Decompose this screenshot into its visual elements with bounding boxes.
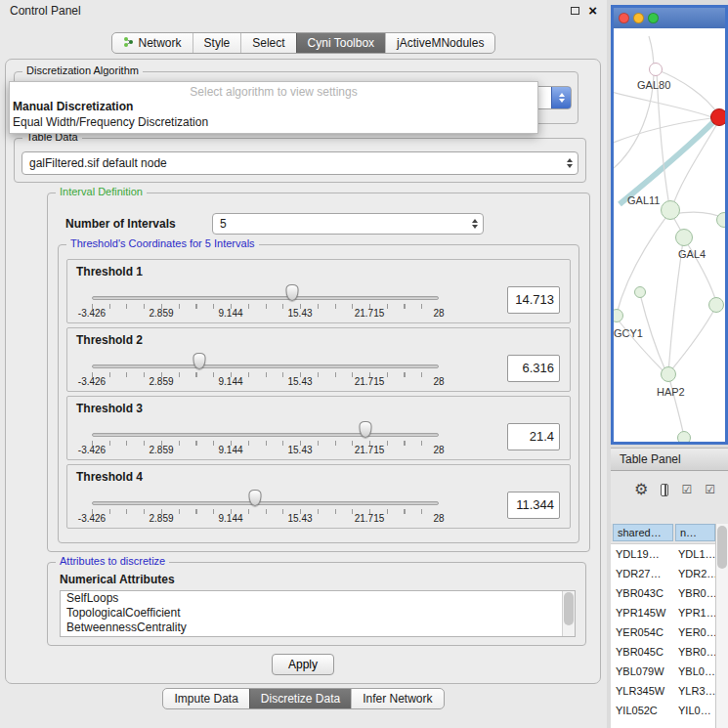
scale-label: 21.715 (355, 308, 385, 319)
network-node[interactable] (677, 431, 691, 442)
attribute-list-item[interactable]: BetweennessCentrality (61, 621, 575, 635)
network-edge[interactable] (614, 36, 654, 175)
scale-label: 21.715 (355, 513, 385, 524)
network-edge[interactable] (668, 241, 683, 372)
tab-infer-network[interactable]: Infer Network (351, 689, 443, 708)
slider-track[interactable] (92, 364, 439, 368)
network-edge[interactable] (640, 294, 665, 370)
combobox-stepper-icon (567, 158, 573, 168)
network-node[interactable] (708, 297, 724, 313)
screen: Control Panel × (0, 0, 728, 728)
minimize-traffic-light-icon[interactable] (633, 13, 644, 23)
table-row[interactable]: YBR045CYBR0… (611, 642, 715, 662)
table-row[interactable]: YBL079WYBL0… (611, 662, 715, 681)
dropdown-option-equal-width[interactable]: Equal Width/Frequency Discretization (10, 114, 537, 130)
scale-label: 28 (433, 308, 444, 319)
network-node[interactable] (710, 108, 725, 126)
attribute-list-item[interactable]: SelfLoops (61, 591, 575, 606)
scale-label: 2.859 (149, 376, 173, 387)
close-traffic-light-icon[interactable] (619, 13, 629, 23)
table-cell: YER054C (611, 622, 673, 642)
thresholds-group: Threshold's Coordinates for 5 Intervals … (58, 244, 579, 543)
table-row[interactable]: YDL19…YDL1… (611, 544, 715, 564)
threshold-4-value[interactable]: 11.344 (507, 492, 560, 519)
float-window-icon[interactable] (571, 7, 579, 15)
list-scrollbar[interactable] (562, 591, 575, 636)
network-node[interactable] (661, 200, 680, 220)
combobox-stepper-icon[interactable] (551, 86, 572, 109)
table-row[interactable]: YPR145WYPR1… (611, 603, 715, 622)
tab-network[interactable]: Network (112, 33, 193, 53)
slider-scale: -3.4262.8599.14415.4321.71528 (92, 376, 439, 388)
tab-label: Network (139, 36, 182, 50)
slider-scale: -3.4262.8599.14415.4321.71528 (92, 445, 439, 456)
close-icon[interactable]: × (588, 5, 597, 17)
scrollbar-thumb[interactable] (564, 592, 574, 625)
slider-track[interactable] (92, 433, 439, 437)
threshold-1-value[interactable]: 14.713 (507, 286, 560, 314)
table-panel-header[interactable]: Table Panel (611, 448, 728, 471)
table-cell: YBR0… (673, 642, 715, 662)
table-row[interactable]: YER054CYER0… (611, 622, 715, 642)
threshold-3-value[interactable]: 21.4 (507, 423, 560, 450)
select-all-icon[interactable]: ☑ (705, 484, 715, 495)
numerical-attributes-list[interactable]: SelfLoopsTopologicalCoefficientBetweenne… (60, 590, 576, 637)
tab-select[interactable]: Select (240, 33, 295, 53)
scale-label: 9.144 (218, 308, 242, 319)
attribute-list-item[interactable]: TopologicalCoefficient (61, 606, 575, 621)
scale-label: 21.715 (355, 445, 385, 455)
table-cell: YIL0… (673, 701, 715, 720)
tab-discretize-data[interactable]: Discretize Data (249, 689, 351, 708)
num-intervals-combobox[interactable]: 5 (212, 213, 484, 235)
tab-cyni-toolbox[interactable]: Cyni Toolbox (296, 33, 385, 53)
network-node[interactable] (661, 366, 676, 382)
network-view-window[interactable]: GAL80GAL11GAL4GCY1HAP2 (611, 5, 728, 445)
scale-label: 2.859 (149, 308, 173, 319)
scrollbar-thumb[interactable] (717, 526, 727, 569)
column-header-name[interactable]: n… (675, 524, 715, 541)
table-cell: YDR2… (673, 564, 715, 583)
dropdown-option-manual[interactable]: Manual Discretization (10, 99, 537, 114)
group-title: Threshold's Coordinates for 5 Intervals (66, 237, 259, 249)
table-scrollbar[interactable] (715, 524, 728, 728)
threshold-2-value[interactable]: 6.316 (507, 355, 560, 382)
table-header-row: shared… n… (611, 524, 715, 541)
tab-impute-data[interactable]: Impute Data (163, 689, 248, 708)
column-header-shared-name[interactable]: shared… (613, 524, 673, 541)
node-label: GAL80 (637, 79, 670, 91)
table-row[interactable]: YDR27…YDR2… (611, 564, 715, 583)
table-cell: YPR145W (611, 603, 673, 622)
network-edge[interactable] (617, 214, 668, 314)
network-edge[interactable] (670, 308, 715, 371)
zoom-traffic-light-icon[interactable] (648, 13, 659, 23)
network-edge[interactable] (656, 69, 718, 114)
network-node[interactable] (675, 229, 693, 246)
table-cell: YBL0… (673, 662, 715, 681)
apply-button[interactable]: Apply (272, 654, 334, 675)
tab-jactivemnodules[interactable]: jActiveMNodules (385, 33, 494, 53)
table-row[interactable]: YBR043CYBR0… (611, 583, 715, 603)
table-data-group: Table Data galFiltered.sif default node (14, 138, 586, 183)
tab-style[interactable]: Style (193, 33, 241, 53)
slider-track[interactable] (92, 296, 439, 300)
select-columns-icon[interactable]: ☑ (681, 484, 692, 495)
bottom-tabbar: Impute Data Discretize Data Infer Networ… (162, 688, 444, 709)
network-canvas[interactable]: GAL80GAL11GAL4GCY1HAP2 (614, 28, 725, 442)
table-data-combobox[interactable]: galFiltered.sif default node (21, 151, 578, 175)
numerical-attributes-label: Numerical Attributes (60, 573, 175, 586)
gear-icon[interactable]: ⚙ (634, 482, 648, 497)
slider-track[interactable] (92, 501, 439, 505)
scale-label: -3.426 (78, 308, 106, 319)
network-node[interactable] (649, 63, 663, 76)
table-row[interactable]: YIL052CYIL0… (611, 701, 715, 720)
network-node[interactable] (716, 212, 725, 228)
network-edge[interactable] (672, 122, 718, 207)
columns-icon[interactable] (661, 484, 668, 496)
table-row[interactable]: YLR345WYLR3… (611, 681, 715, 701)
network-node[interactable] (634, 286, 646, 298)
scale-label: 2.859 (149, 445, 173, 455)
network-edge[interactable] (657, 71, 669, 206)
node-label: GAL4 (678, 248, 706, 260)
group-title: Attributes to discretize (56, 555, 169, 567)
network-edge[interactable] (620, 118, 717, 204)
